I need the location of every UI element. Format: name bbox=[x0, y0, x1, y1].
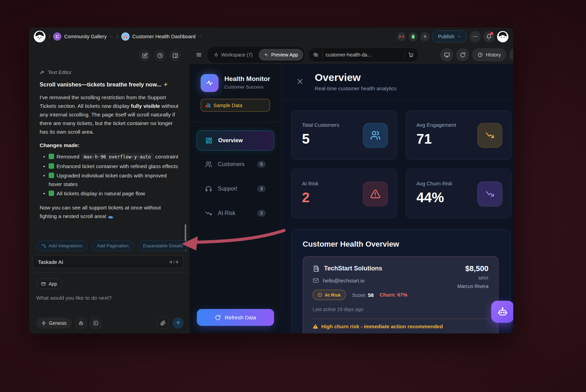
reload-preview-button[interactable] bbox=[456, 48, 469, 61]
refresh-icon bbox=[460, 52, 466, 58]
workspace-initial-chip: C bbox=[53, 32, 61, 41]
check-icon bbox=[49, 154, 54, 159]
paragraph: I've removed the scrolling restriction f… bbox=[40, 93, 179, 136]
close-button[interactable] bbox=[296, 78, 304, 85]
breadcrumb-project[interactable]: Customer Health Dashboard bbox=[121, 32, 203, 41]
trending-down-icon bbox=[477, 123, 502, 148]
app-name: Health Monitor bbox=[224, 75, 270, 83]
stat-label: Avg Engagement bbox=[416, 122, 456, 128]
breadcrumb-workspace[interactable]: C Community Gallery bbox=[53, 32, 113, 41]
users-icon bbox=[205, 161, 212, 168]
nav-item-overview[interactable]: Overview bbox=[197, 131, 274, 151]
wave-icon bbox=[108, 214, 114, 219]
page-title: Overview bbox=[315, 72, 361, 83]
list-item: • Enhanced ticket container with refined… bbox=[40, 162, 179, 171]
add-integrations-button[interactable]: Add Integrations bbox=[36, 240, 88, 251]
more-toolbar-button[interactable]: • bbox=[509, 48, 513, 61]
chevron-down-icon bbox=[457, 34, 461, 39]
app-mode-label: App bbox=[49, 281, 57, 287]
expandable-details-button[interactable]: Expandable Details bbox=[138, 240, 188, 251]
message-body: I've removed the scrolling restriction f… bbox=[40, 93, 179, 220]
list-item: • All tickets display in natural page fl… bbox=[40, 189, 179, 198]
top-bar-right: Publish bbox=[397, 30, 508, 43]
divider bbox=[322, 51, 322, 58]
nav-badge: 3 bbox=[257, 185, 266, 192]
divider bbox=[404, 51, 405, 58]
nav-item-customers[interactable]: Customers 5 bbox=[197, 156, 274, 173]
ellipsis-icon bbox=[473, 34, 478, 39]
agent-button[interactable] bbox=[75, 317, 87, 329]
warning-text: High churn risk - immediate action recom… bbox=[321, 323, 443, 329]
code-chip: max-h-96 overflow-y-auto bbox=[81, 153, 154, 160]
pulse-logo-icon bbox=[201, 74, 219, 92]
arrow-up-icon bbox=[175, 320, 181, 326]
terminal-button[interactable] bbox=[90, 317, 101, 329]
stat-card-total-customers: Total Customers 5 bbox=[291, 110, 397, 160]
suggestion-label: Expandable Details bbox=[143, 243, 183, 248]
app-mode-pill[interactable]: App bbox=[36, 278, 62, 289]
suggestion-label: Add Integrations bbox=[49, 243, 82, 248]
nav-label: At Risk bbox=[218, 210, 235, 216]
menu-icon[interactable] bbox=[196, 52, 202, 58]
nav-item-at-risk[interactable]: At Risk 2 bbox=[197, 205, 274, 221]
check-icon bbox=[49, 173, 54, 178]
notification-dot bbox=[490, 32, 493, 35]
url-bar[interactable]: customer-health-da... bbox=[308, 48, 418, 62]
mail-icon bbox=[313, 277, 319, 283]
customer-revenue: $8,500 MRR Marcus Rivera bbox=[457, 264, 488, 289]
view-switcher: Workspace (7) Preview App bbox=[208, 47, 304, 63]
sheets-integration-button[interactable] bbox=[408, 32, 418, 41]
history-label: History bbox=[486, 52, 501, 58]
history-clock-icon bbox=[157, 53, 163, 59]
sample-data-button[interactable]: Sample Data bbox=[201, 99, 270, 112]
taskade-app-window: / C Community Gallery / Customer Health … bbox=[29, 28, 513, 333]
cart-icon[interactable] bbox=[408, 52, 414, 58]
customer-name: TechStart Solutions bbox=[324, 265, 382, 272]
add-pagination-button[interactable]: Add Pagination bbox=[92, 240, 134, 251]
compose-icon bbox=[142, 53, 148, 59]
eye-off-icon bbox=[313, 52, 319, 58]
tab-workspace[interactable]: Workspace (7) bbox=[209, 49, 258, 61]
refresh-data-button[interactable]: Refresh Data bbox=[197, 309, 274, 326]
chevron-down-icon bbox=[109, 34, 113, 39]
model-selector[interactable]: Taskade AI 4 / 4 bbox=[32, 255, 184, 268]
toggle-panel-button[interactable] bbox=[169, 50, 181, 61]
sparkles-icon bbox=[264, 52, 269, 57]
composer-input[interactable]: What would you like to do next? bbox=[36, 295, 182, 301]
send-button[interactable] bbox=[172, 317, 184, 329]
stat-value: 71 bbox=[416, 131, 432, 147]
nav-label: Customers bbox=[218, 161, 244, 167]
preview-panel: Workspace (7) Preview App customer-healt… bbox=[190, 45, 513, 333]
attach-button[interactable] bbox=[157, 317, 169, 329]
publish-button[interactable]: Publish bbox=[432, 30, 467, 43]
divider bbox=[313, 319, 488, 319]
add-integration-button[interactable] bbox=[420, 32, 430, 41]
notifications-button[interactable] bbox=[483, 31, 495, 42]
tab-preview-app[interactable]: Preview App bbox=[259, 49, 303, 61]
gmail-integration-button[interactable] bbox=[397, 32, 406, 41]
more-options-button[interactable] bbox=[469, 31, 481, 42]
stat-label: Avg Churn Risk bbox=[416, 180, 452, 186]
nav-badge: 5 bbox=[257, 161, 266, 168]
user-avatar[interactable] bbox=[497, 31, 508, 42]
users-icon bbox=[363, 123, 388, 148]
close-icon bbox=[296, 78, 304, 85]
bar-chart-icon bbox=[206, 103, 210, 107]
chat-history-button[interactable] bbox=[154, 50, 166, 61]
preview-toolbar: Workspace (7) Preview App customer-healt… bbox=[190, 45, 513, 64]
new-chat-button[interactable] bbox=[139, 50, 151, 61]
genesis-button[interactable]: Genesis bbox=[36, 318, 72, 329]
device-preview-button[interactable] bbox=[440, 48, 453, 61]
taskade-logo[interactable] bbox=[34, 31, 46, 42]
trending-down-icon bbox=[477, 182, 502, 206]
preview-tab-label: Preview App bbox=[271, 52, 298, 58]
nav-badge: 2 bbox=[257, 210, 266, 217]
customer-card-techstart[interactable]: TechStart Solutions hello@techstart.io $… bbox=[303, 256, 498, 333]
app-main: Overview Real-time customer health analy… bbox=[281, 64, 513, 333]
history-button[interactable]: History bbox=[472, 48, 506, 61]
ai-assistant-fab[interactable] bbox=[491, 301, 513, 323]
top-bar: / C Community Gallery / Customer Health … bbox=[29, 28, 513, 45]
stat-card-at-risk: At Risk 2 bbox=[291, 169, 397, 218]
nav-item-support[interactable]: Support 3 bbox=[197, 180, 274, 197]
mrr-label: MRR bbox=[457, 276, 488, 281]
